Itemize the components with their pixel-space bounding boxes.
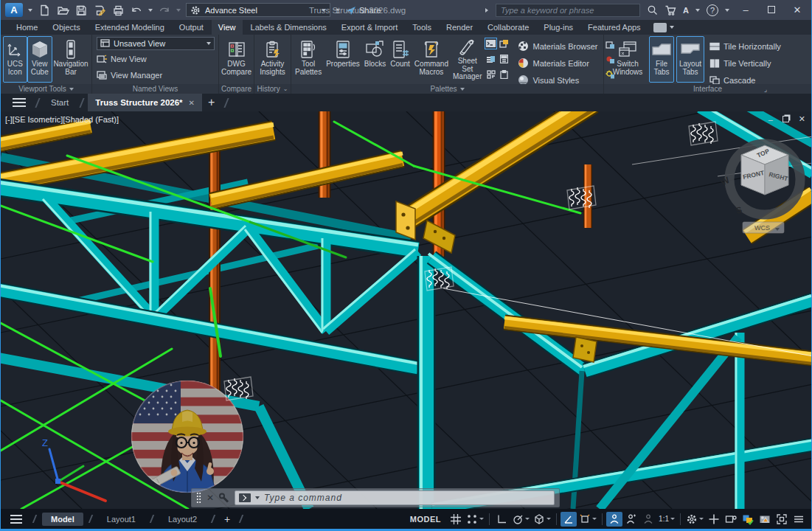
viewport-controls-label[interactable]: [-][SE Isometric][Shaded (Fast)]	[5, 115, 119, 124]
named-view-select[interactable]: Unsaved View	[97, 37, 215, 50]
close-button[interactable]: ✕	[788, 4, 807, 15]
view-cube-button[interactable]: View Cube	[27, 36, 52, 83]
model-space-toggle[interactable]: MODEL	[404, 515, 447, 524]
object-snap-tracking-toggle[interactable]	[561, 512, 577, 527]
annotation-visibility-toggle[interactable]	[606, 512, 622, 527]
app-menu-button[interactable]: A	[5, 3, 23, 17]
polar-tracking-toggle[interactable]	[510, 512, 531, 527]
workspace-switching-button[interactable]	[684, 512, 705, 527]
wcs-menu[interactable]: WCS	[754, 224, 770, 232]
command-bar-close-icon[interactable]: ✕	[207, 493, 214, 503]
activity-insights-button[interactable]: Activity Insights	[257, 36, 288, 83]
iso-caret-icon[interactable]	[546, 518, 551, 520]
view-manager-button[interactable]: View Manager	[97, 68, 162, 82]
graphics-performance-button[interactable]	[740, 512, 756, 527]
drawing-minimize-button[interactable]: –	[768, 115, 773, 124]
help-search-input[interactable]	[496, 4, 640, 17]
clean-screen-button[interactable]	[774, 512, 790, 527]
app-store-cart-icon[interactable]	[664, 4, 676, 15]
close-tab-icon[interactable]: ✕	[189, 99, 195, 107]
clipboard-button[interactable]	[498, 69, 510, 80]
annotation-scale-button[interactable]: 1:1	[657, 512, 676, 527]
tab-objects[interactable]: Objects	[46, 20, 86, 35]
redo-button[interactable]	[158, 4, 171, 17]
search-collapse-icon[interactable]	[485, 8, 488, 13]
file-tab-active-document[interactable]: Truss Structure 2026* ✕	[88, 94, 202, 111]
command-macros-button[interactable]: Command Macros	[413, 36, 450, 83]
osnap-caret-icon[interactable]	[592, 518, 597, 520]
app-menu-caret-icon[interactable]	[28, 9, 32, 12]
recent-commands-caret-icon[interactable]	[255, 496, 260, 499]
new-drawing-tab-button[interactable]: +	[202, 94, 221, 111]
tool-palettes-button[interactable]: Tool Palettes	[294, 36, 323, 83]
command-line-bar[interactable]: ✕	[191, 488, 560, 507]
sign-in-button[interactable]: A	[683, 6, 689, 15]
model-tab[interactable]: Model	[42, 513, 83, 526]
sheet-set-manager-button[interactable]: Sheet Set Manager	[451, 36, 483, 83]
layout-menu-button[interactable]	[5, 518, 27, 520]
designcenter-button[interactable]	[498, 38, 510, 49]
object-snap-toggle[interactable]	[577, 512, 598, 527]
switch-windows-button[interactable]: Switch Windows	[608, 36, 647, 83]
tab-render[interactable]: Render	[440, 20, 479, 35]
tab-collaborate[interactable]: Collaborate	[481, 20, 535, 35]
annotation-scale-person[interactable]	[640, 512, 656, 527]
search-icon[interactable]	[647, 4, 658, 15]
count-button[interactable]: Count	[389, 36, 412, 83]
open-file-button[interactable]	[56, 4, 69, 17]
quickcalc-button[interactable]	[498, 53, 510, 65]
tab-extended-modeling[interactable]: Extended Modeling	[89, 20, 171, 35]
blocks-button[interactable]: Blocks	[363, 36, 387, 83]
command-bar-grip-icon[interactable]	[196, 492, 201, 504]
layout2-tab[interactable]: Layout2	[159, 513, 206, 526]
maximize-button[interactable]	[762, 4, 781, 15]
panel-label-viewport-tools[interactable]: Viewport Tools	[1, 84, 91, 94]
customization-button[interactable]	[791, 512, 807, 527]
materials-editor-button[interactable]: Materials Editor	[518, 56, 597, 70]
markup-button[interactable]	[485, 69, 497, 80]
layout-tabs-button[interactable]: Layout Tabs	[676, 36, 704, 83]
tab-featured-apps[interactable]: Featured Apps	[581, 20, 648, 35]
isolate-objects-button[interactable]	[757, 512, 773, 527]
ribbon-display-toggle[interactable]	[653, 20, 674, 35]
navigation-bar-button[interactable]: Navigation Bar	[52, 36, 89, 83]
polar-caret-icon[interactable]	[525, 518, 530, 520]
undo-history-caret-icon[interactable]	[148, 9, 153, 12]
tab-plugins[interactable]: Plug-ins	[537, 20, 580, 35]
file-tab-menu-button[interactable]	[7, 94, 32, 111]
drawing-viewport[interactable]: [-][SE Isometric][Shaded (Fast)] – ✕	[1, 111, 811, 509]
properties-button[interactable]: Properties	[325, 36, 361, 83]
ucs-icon-button[interactable]: UCS Icon	[3, 36, 27, 83]
tab-home[interactable]: Home	[10, 20, 44, 35]
grid-display-toggle[interactable]	[448, 512, 464, 527]
tab-tools[interactable]: Tools	[406, 20, 438, 35]
ortho-mode-toggle[interactable]	[493, 512, 510, 527]
tile-vertically-button[interactable]: Tile Vertically	[709, 56, 781, 70]
undo-button[interactable]	[130, 4, 143, 17]
tab-view[interactable]: View	[212, 20, 243, 35]
layout1-tab[interactable]: Layout1	[98, 513, 145, 526]
quick-properties-button[interactable]	[723, 512, 739, 527]
save-button[interactable]	[74, 4, 88, 17]
file-tabs-button[interactable]: File Tabs	[649, 36, 674, 83]
materials-browser-button[interactable]: Materials Browser	[518, 39, 597, 53]
autoscale-toggle[interactable]	[623, 512, 639, 527]
annotation-monitor-button[interactable]	[706, 512, 722, 527]
panel-label-palettes[interactable]: Palettes	[291, 84, 603, 94]
help-button[interactable]: ?	[707, 4, 718, 16]
new-layout-button[interactable]: +	[221, 513, 234, 525]
dwg-compare-button[interactable]: DWG Compare	[221, 36, 253, 83]
panel-dialog-launcher-icon[interactable]: ⌟	[764, 86, 767, 93]
tab-labels-dimensions[interactable]: Labels & Dimensions	[244, 20, 333, 35]
snap-mode-toggle[interactable]	[465, 512, 485, 527]
minimize-button[interactable]: –	[736, 4, 755, 15]
customize-wrench-icon[interactable]	[219, 493, 229, 503]
3d-model-canvas[interactable]: Z	[1, 111, 811, 509]
drawing-close-button[interactable]: ✕	[799, 114, 805, 124]
command-prompt-icon[interactable]	[239, 493, 251, 502]
tab-export-import[interactable]: Export & Import	[335, 20, 404, 35]
tab-output[interactable]: Output	[173, 20, 210, 35]
new-file-button[interactable]	[38, 4, 51, 17]
sign-in-caret-icon[interactable]	[695, 9, 700, 12]
panel-label-history[interactable]: History⌄	[254, 84, 291, 94]
